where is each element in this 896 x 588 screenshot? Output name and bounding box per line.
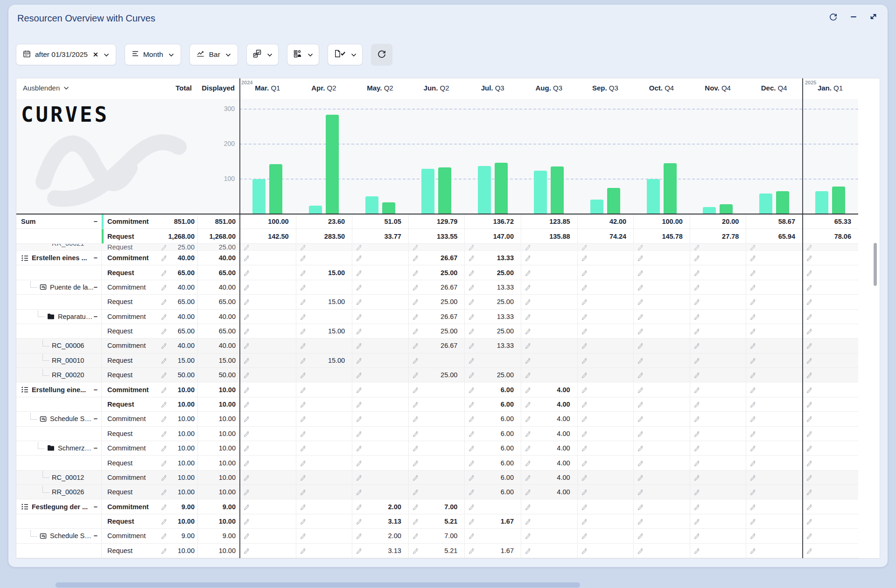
pencil-icon[interactable] xyxy=(468,547,475,554)
collapse-button[interactable]: − xyxy=(94,444,101,452)
month-value-cell[interactable] xyxy=(352,485,408,499)
pencil-icon[interactable] xyxy=(356,460,362,466)
pencil-icon[interactable] xyxy=(468,474,475,481)
month-value-cell[interactable] xyxy=(746,339,802,353)
month-value-cell[interactable] xyxy=(239,544,296,558)
pencil-icon[interactable] xyxy=(161,270,167,276)
month-value-cell[interactable] xyxy=(408,244,465,250)
month-value-cell[interactable] xyxy=(633,441,690,455)
pencil-icon[interactable] xyxy=(525,284,531,291)
pencil-icon[interactable] xyxy=(300,547,306,554)
total-cell[interactable]: 10.00 xyxy=(158,441,197,455)
pencil-icon[interactable] xyxy=(161,298,167,305)
month-value-cell[interactable] xyxy=(802,382,858,396)
pencil-icon[interactable] xyxy=(243,372,250,378)
pencil-icon[interactable] xyxy=(161,255,167,261)
pencil-icon[interactable] xyxy=(243,533,250,539)
month-value-cell[interactable]: 5.21 xyxy=(408,514,465,528)
total-cell[interactable]: 10.00 xyxy=(158,485,197,499)
pencil-icon[interactable] xyxy=(637,547,644,554)
pencil-icon[interactable] xyxy=(637,372,644,378)
pencil-icon[interactable] xyxy=(356,357,362,364)
total-cell[interactable]: 10.00 xyxy=(158,514,197,528)
pencil-icon[interactable] xyxy=(637,387,644,393)
pencil-icon[interactable] xyxy=(806,533,812,539)
month-value-cell[interactable] xyxy=(802,368,858,382)
pencil-icon[interactable] xyxy=(468,415,475,422)
month-value-cell[interactable] xyxy=(746,529,802,543)
month-value-cell[interactable] xyxy=(802,441,858,455)
pencil-icon[interactable] xyxy=(412,255,419,261)
pencil-icon[interactable] xyxy=(468,489,475,495)
pencil-icon[interactable] xyxy=(581,255,588,261)
pencil-icon[interactable] xyxy=(243,430,250,437)
pencil-icon[interactable] xyxy=(412,387,419,393)
month-value-cell[interactable] xyxy=(296,382,352,396)
month-value-cell[interactable] xyxy=(802,412,858,426)
pencil-icon[interactable] xyxy=(412,284,419,291)
pencil-icon[interactable] xyxy=(806,460,812,466)
pencil-icon[interactable] xyxy=(243,547,250,554)
month-value-cell[interactable] xyxy=(802,339,858,353)
chart-type-dropdown[interactable]: Bar xyxy=(189,44,238,65)
month-value-cell[interactable] xyxy=(690,529,746,543)
pencil-icon[interactable] xyxy=(637,533,644,539)
pencil-icon[interactable] xyxy=(243,387,250,393)
month-value-cell[interactable] xyxy=(633,280,690,294)
resource-view-dropdown[interactable] xyxy=(287,44,319,65)
pencil-icon[interactable] xyxy=(161,313,167,320)
month-value-cell[interactable] xyxy=(746,427,802,441)
month-value-cell[interactable] xyxy=(746,382,802,396)
pencil-icon[interactable] xyxy=(806,387,812,393)
month-value-cell[interactable] xyxy=(408,397,465,411)
pencil-icon[interactable] xyxy=(749,284,756,291)
pencil-icon[interactable] xyxy=(468,518,475,525)
pencil-icon[interactable] xyxy=(806,342,812,349)
pencil-icon[interactable] xyxy=(693,372,700,378)
pencil-icon[interactable] xyxy=(525,533,531,539)
month-value-cell[interactable]: 25.00 xyxy=(464,265,521,279)
total-cell[interactable]: 9.00 xyxy=(158,529,197,543)
pencil-icon[interactable] xyxy=(806,284,812,291)
pencil-icon[interactable] xyxy=(637,415,644,422)
pencil-icon[interactable] xyxy=(525,415,531,422)
month-value-cell[interactable] xyxy=(239,499,296,513)
month-value-cell[interactable] xyxy=(690,280,746,294)
month-value-cell[interactable] xyxy=(577,485,634,499)
month-value-cell[interactable]: 15.00 xyxy=(296,295,352,309)
month-value-cell[interactable] xyxy=(633,470,690,484)
pencil-icon[interactable] xyxy=(581,284,588,291)
month-value-cell[interactable] xyxy=(690,244,746,250)
pencil-icon[interactable] xyxy=(468,298,475,305)
pencil-icon[interactable] xyxy=(161,504,167,510)
pencil-icon[interactable] xyxy=(525,255,531,261)
pencil-icon[interactable] xyxy=(300,415,306,422)
month-value-cell[interactable] xyxy=(408,441,465,455)
expand-icon[interactable] xyxy=(869,13,877,21)
month-value-cell[interactable] xyxy=(746,265,802,279)
pencil-icon[interactable] xyxy=(300,255,306,261)
month-value-cell[interactable] xyxy=(521,310,577,324)
pencil-icon[interactable] xyxy=(161,357,167,364)
month-value-cell[interactable] xyxy=(633,412,690,426)
month-value-cell[interactable] xyxy=(239,529,296,543)
collapse-button[interactable]: − xyxy=(94,415,101,422)
total-cell[interactable]: 10.00 xyxy=(158,427,197,441)
pencil-icon[interactable] xyxy=(356,547,362,554)
total-cell[interactable]: 65.00 xyxy=(158,295,197,309)
month-value-cell[interactable]: 4.00 xyxy=(521,427,577,441)
pencil-icon[interactable] xyxy=(525,489,531,495)
total-cell[interactable]: 15.00 xyxy=(158,353,197,367)
month-value-cell[interactable] xyxy=(521,280,577,294)
month-value-cell[interactable] xyxy=(802,470,858,484)
month-value-cell[interactable] xyxy=(802,295,858,309)
month-value-cell[interactable] xyxy=(239,412,296,426)
date-filter-button[interactable]: after 01/31/2025 ✕ xyxy=(16,44,116,65)
pencil-icon[interactable] xyxy=(525,313,531,320)
month-value-cell[interactable]: 4.00 xyxy=(521,412,577,426)
pencil-icon[interactable] xyxy=(356,445,362,451)
month-value-cell[interactable] xyxy=(690,514,746,528)
pencil-icon[interactable] xyxy=(637,474,644,481)
month-value-cell[interactable] xyxy=(577,324,634,338)
pencil-icon[interactable] xyxy=(356,401,362,408)
